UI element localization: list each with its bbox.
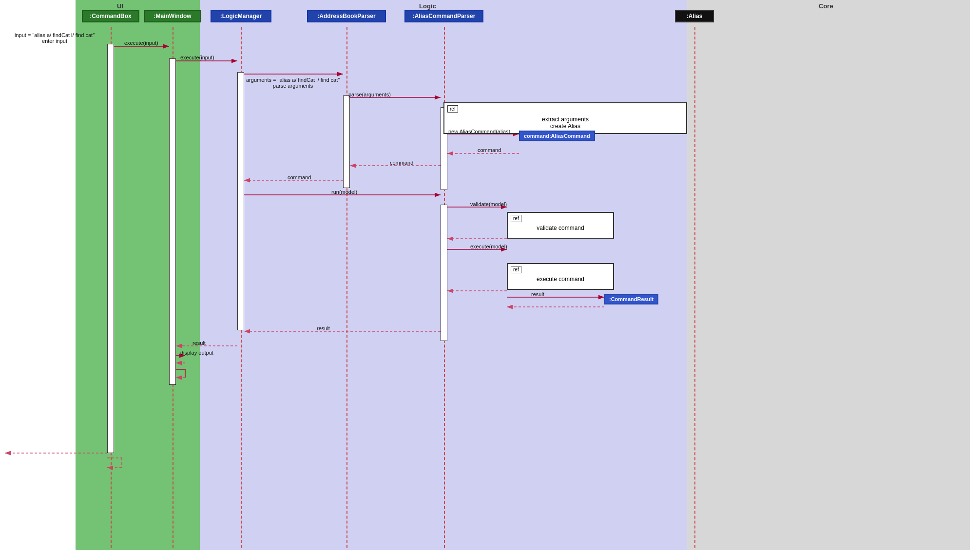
actor-aliascommandparser: :AliasCommandParser (404, 10, 483, 22)
ref-box-validate: ref validate command (507, 212, 614, 239)
actor-logicmanager: :LogicManager (211, 10, 271, 22)
msg-result-return-1: result (531, 291, 544, 297)
msg-display-output: display output (180, 350, 213, 356)
actor-addressbookparser: :AddressBookParser (307, 10, 386, 22)
msg-enter-input: execute(input) (124, 40, 158, 46)
label-core: Core (819, 2, 833, 10)
msg-execute-input-1: execute(input) (180, 55, 214, 60)
input-label: input = "alias a/ findCat i/ find cat"en… (15, 32, 95, 44)
ref-text-3: execute command (511, 276, 610, 283)
ref-text-2: validate command (511, 225, 610, 231)
ref-text-1: extract argumentscreate Alias (447, 116, 683, 130)
ref-box-execute: ref execute command (507, 263, 614, 290)
arguments-label: arguments = "alias a/ findCat i/ find ca… (246, 77, 340, 89)
msg-execute-model: execute(model) (470, 244, 507, 249)
msg-run-model: run(model) (331, 189, 357, 195)
label-logic: Logic (419, 2, 436, 10)
lifeline-alias (694, 27, 695, 548)
actor-alias: :Alias (675, 10, 714, 22)
activation-addressbookparser (343, 95, 350, 188)
region-ui (76, 0, 200, 550)
activation-commandbox (107, 44, 114, 453)
actor-commandbox: :CommandBox (82, 10, 139, 22)
alias-command-box: command:AliasCommand (519, 131, 595, 141)
msg-command-return-3: command (288, 174, 311, 180)
msg-result-return-2: result (317, 325, 330, 331)
msg-new-alias-command: new AliasCommand(alias) (448, 129, 510, 134)
region-core (687, 0, 970, 550)
activation-logicmanager (237, 72, 244, 330)
command-result-box: :CommandResult (604, 294, 658, 304)
msg-result-return-3: result (192, 340, 206, 346)
ref-tag-3: ref (511, 266, 521, 273)
msg-command-return-2: command (390, 160, 413, 166)
ref-tag-2: ref (511, 215, 521, 222)
msg-command-return-1: command (478, 147, 501, 153)
actor-mainwindow: :MainWindow (144, 10, 201, 22)
msg-validate-model: validate(model) (470, 201, 507, 207)
sequence-diagram: UI Logic Core :CommandBox :MainWindow :L… (0, 0, 980, 550)
ref-tag-1: ref (447, 105, 458, 113)
label-ui: UI (117, 2, 123, 10)
activation-aliascommandparser-2 (441, 205, 447, 341)
msg-parse-arguments: parse(arguments) (348, 92, 391, 97)
activation-mainwindow (169, 58, 176, 385)
